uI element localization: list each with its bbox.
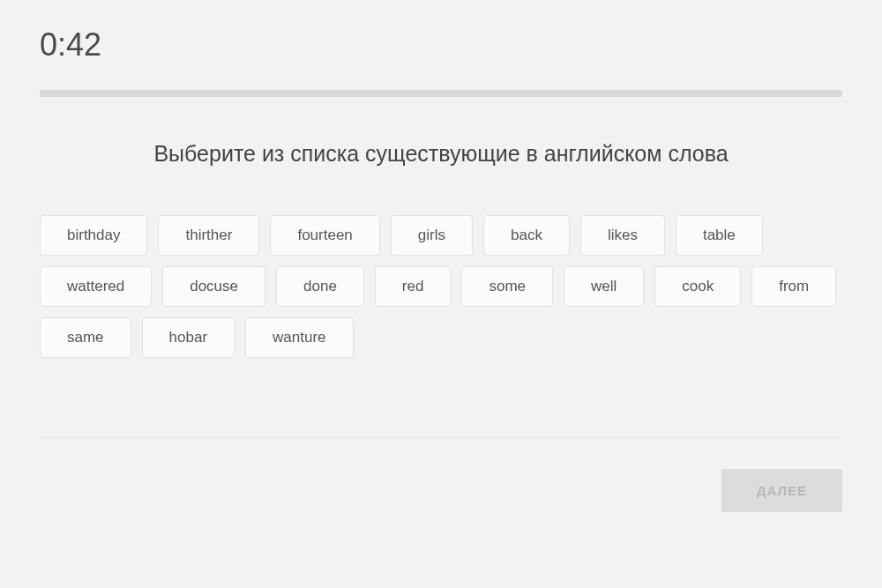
- word-option[interactable]: cook: [654, 266, 741, 307]
- question-text: Выберите из списка существующие в англий…: [40, 141, 842, 167]
- word-option[interactable]: likes: [580, 215, 665, 256]
- timer: 0:42: [40, 26, 842, 63]
- word-option[interactable]: girls: [391, 215, 473, 256]
- word-option[interactable]: thirther: [158, 215, 259, 256]
- word-option[interactable]: fourteen: [270, 215, 379, 256]
- word-option[interactable]: same: [40, 317, 131, 358]
- word-option[interactable]: wattered: [40, 266, 152, 307]
- word-option[interactable]: hobar: [142, 317, 235, 358]
- footer: ДАЛЕЕ: [40, 469, 842, 512]
- word-option[interactable]: back: [483, 215, 570, 256]
- word-option[interactable]: some: [461, 266, 553, 307]
- word-option[interactable]: from: [751, 266, 836, 307]
- next-button[interactable]: ДАЛЕЕ: [721, 469, 842, 512]
- word-option[interactable]: docuse: [162, 266, 265, 307]
- word-option[interactable]: table: [676, 215, 763, 256]
- words-grid: birthday thirther fourteen girls back li…: [40, 215, 842, 358]
- divider: [40, 437, 842, 438]
- word-option[interactable]: wanture: [245, 317, 353, 358]
- word-option[interactable]: done: [276, 266, 364, 307]
- progress-bar: [40, 90, 842, 97]
- word-option[interactable]: birthday: [40, 215, 147, 256]
- word-option[interactable]: well: [564, 266, 644, 307]
- word-option[interactable]: red: [375, 266, 452, 307]
